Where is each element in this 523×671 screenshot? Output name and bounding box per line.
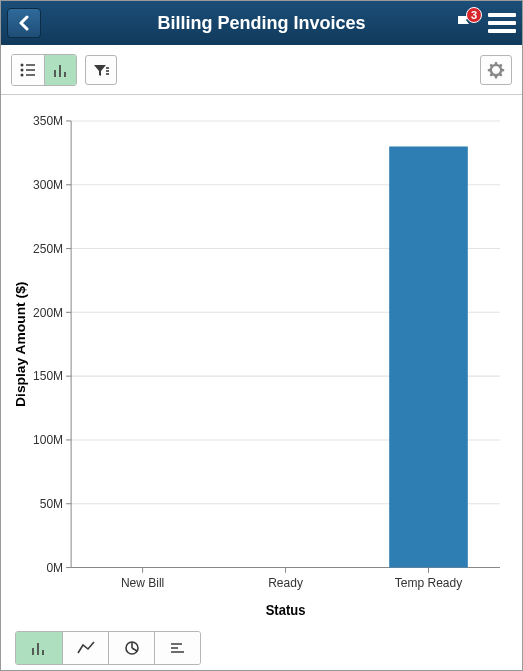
settings-button[interactable]	[480, 55, 512, 85]
chart-view-button[interactable]	[44, 55, 76, 85]
page-title: Billing Pending Invoices	[1, 13, 522, 34]
chart-type-line-button[interactable]	[62, 632, 108, 664]
chart-area: 0M50M100M150M200M250M300M350MNew BillRea…	[1, 95, 522, 626]
chevron-left-icon	[18, 15, 30, 31]
chart-type-toolbar	[1, 626, 522, 670]
svg-point-2	[21, 68, 24, 71]
svg-point-12	[494, 67, 498, 71]
svg-text:Ready: Ready	[268, 575, 303, 589]
svg-text:Status: Status	[266, 603, 306, 618]
svg-text:0M: 0M	[46, 560, 63, 574]
filter-button[interactable]	[85, 55, 117, 85]
svg-text:300M: 300M	[33, 178, 63, 192]
bar-chart-icon	[52, 62, 70, 78]
svg-text:New Bill: New Bill	[121, 575, 164, 589]
chart-type-hbar-button[interactable]	[154, 632, 200, 664]
chart-type-pie-button[interactable]	[108, 632, 154, 664]
notification-badge: 3	[466, 7, 482, 23]
list-view-button[interactable]	[12, 55, 44, 85]
svg-text:250M: 250M	[33, 241, 63, 255]
menu-icon	[488, 13, 516, 17]
toolbar	[1, 45, 522, 95]
chart-type-group	[15, 631, 201, 665]
list-icon	[19, 62, 37, 78]
menu-button[interactable]	[488, 9, 516, 37]
filter-icon	[92, 62, 110, 78]
view-toggle-group	[11, 54, 77, 86]
gear-icon	[487, 61, 505, 79]
svg-text:50M: 50M	[40, 497, 63, 511]
bar-chart-icon	[29, 639, 49, 657]
back-button[interactable]	[7, 8, 41, 38]
svg-text:Display Amount ($): Display Amount ($)	[13, 282, 28, 407]
horizontal-bar-chart-icon	[168, 639, 188, 657]
svg-text:200M: 200M	[33, 305, 63, 319]
bar-chart: 0M50M100M150M200M250M300M350MNew BillRea…	[11, 105, 512, 626]
svg-text:350M: 350M	[33, 114, 63, 128]
line-chart-icon	[76, 639, 96, 657]
chart-type-bar-button[interactable]	[16, 632, 62, 664]
svg-point-0	[21, 63, 24, 66]
notifications-button[interactable]: 3	[450, 9, 478, 37]
app-header: Billing Pending Invoices 3	[1, 1, 522, 45]
svg-text:Temp Ready: Temp Ready	[395, 575, 463, 589]
svg-point-4	[21, 73, 24, 76]
pie-chart-icon	[122, 639, 142, 657]
svg-rect-43	[389, 146, 468, 567]
svg-text:100M: 100M	[33, 433, 63, 447]
svg-text:150M: 150M	[33, 369, 63, 383]
